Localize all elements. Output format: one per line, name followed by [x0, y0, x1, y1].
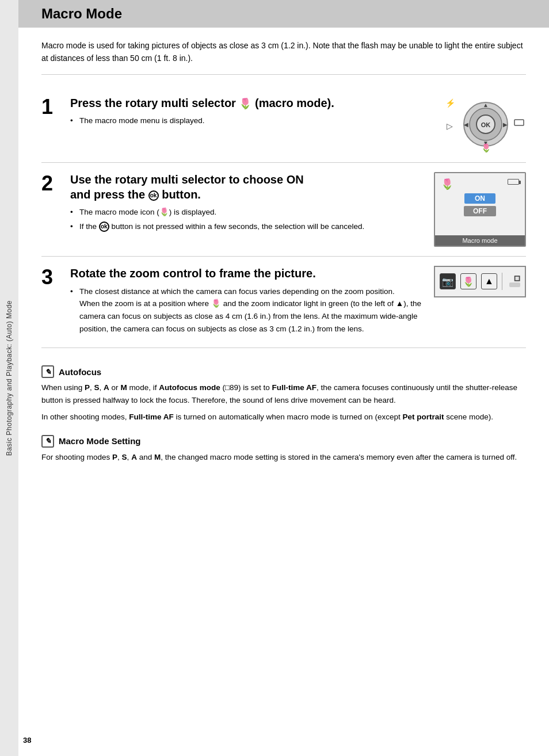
- ok-icon-2: ok: [99, 222, 109, 232]
- zoom-icons-diagram: 📷 🌷 ▲ 🔲: [434, 266, 526, 297]
- autofocus-para-2: In other shooting modes, Full-time AF is…: [41, 411, 526, 423]
- step-1-content: Press the rotary multi selector 🌷 (macro…: [70, 96, 422, 129]
- step-2: 2 Use the rotary multi selector to choos…: [41, 163, 526, 257]
- step-1-number: 1: [41, 96, 70, 117]
- svg-text:▶: ▶: [503, 121, 508, 128]
- page-number: 38: [23, 736, 31, 744]
- svg-text:▲: ▲: [483, 102, 489, 108]
- step-2-title: Use the rotary multi selector to choose …: [70, 172, 422, 202]
- zoom-flag: 🔲: [509, 276, 520, 281]
- macro-setting-note-title: Macro Mode Setting: [59, 436, 141, 446]
- macro-mode-setting-note: ✎ Macro Mode Setting For shooting modes …: [41, 435, 526, 464]
- zoom-bar-container: 🔲: [509, 276, 520, 287]
- step-2-bullet-2: If the ok button is not pressed within a…: [70, 221, 422, 233]
- landscape-zoom-icon: ▲: [481, 273, 497, 289]
- page-title: Macro Mode: [41, 6, 526, 22]
- step-2-bullets: The macro mode icon (🌷) is displayed. If…: [70, 207, 422, 233]
- svg-text:OK: OK: [481, 121, 491, 128]
- autofocus-note-icon: ✎: [41, 365, 54, 378]
- step-1-diagram: ⚡ OK ▲ ▼ ◀ ▶ 🌷 ▷: [434, 96, 526, 153]
- step-2-number: 2: [41, 172, 70, 194]
- ok-icon: ok: [148, 190, 159, 201]
- zoom-bar: [509, 282, 520, 287]
- svg-rect-11: [514, 120, 524, 125]
- step-1: 1 Press the rotary multi selector 🌷 (mac…: [41, 86, 526, 163]
- svg-text:🌷: 🌷: [481, 143, 491, 153]
- macro-menu-caption: Macro mode: [435, 235, 525, 246]
- title-bar: Macro Mode: [18, 0, 549, 28]
- step-3-title: Rotate the zoom control to frame the pic…: [70, 266, 422, 281]
- main-content: Macro Mode Macro mode is used for taking…: [18, 0, 549, 498]
- rotary-control-svg: ⚡ OK ▲ ▼ ◀ ▶ 🌷 ▷: [434, 96, 526, 153]
- step-1-bullet-1: The macro mode menu is displayed.: [70, 115, 422, 127]
- svg-text:⚡: ⚡: [445, 98, 456, 108]
- notes-section: ✎ Autofocus When using P, S, A or M mode…: [41, 365, 526, 463]
- autofocus-note-title: Autofocus: [59, 367, 101, 377]
- macro-setting-para-1: For shooting modes P, S, A and M, the ch…: [41, 451, 526, 464]
- intro-text: Macro mode is used for taking pictures o…: [41, 39, 526, 75]
- autofocus-note-body: When using P, S, A or M mode, if Autofoc…: [41, 381, 526, 423]
- step-2-bullet-1: The macro mode icon (🌷) is displayed.: [70, 207, 422, 219]
- svg-text:▷: ▷: [447, 121, 453, 131]
- svg-text:◀: ◀: [464, 121, 468, 128]
- step-3-bullet-1: The closest distance at which the camera…: [70, 285, 422, 335]
- macro-on-option: ON: [464, 193, 495, 204]
- macro-setting-note-header: ✎ Macro Mode Setting: [41, 435, 526, 448]
- step-1-image: ⚡ OK ▲ ▼ ◀ ▶ 🌷 ▷: [422, 96, 526, 153]
- macro-menu-diagram: 🌷 ON OFF Macro mode: [434, 172, 526, 247]
- sidebar-label: Basic Photography and Playback: (Auto) M…: [5, 300, 13, 456]
- step-3-body: The closest distance at which the camera…: [70, 285, 422, 335]
- macro-menu-icon: 🌷: [441, 178, 453, 190]
- step-2-content: Use the rotary multi selector to choose …: [70, 172, 422, 235]
- macro-menu-battery: [508, 179, 519, 185]
- step-3-image: 📷 🌷 ▲ 🔲: [422, 266, 526, 297]
- macro-off-option: OFF: [464, 206, 496, 216]
- camera-mode-icon: 📷: [440, 273, 456, 289]
- autofocus-note-header: ✎ Autofocus: [41, 365, 526, 378]
- macro-setting-note-icon: ✎: [41, 435, 54, 448]
- autofocus-para-1: When using P, S, A or M mode, if Autofoc…: [41, 381, 526, 406]
- autofocus-note: ✎ Autofocus When using P, S, A or M mode…: [41, 365, 526, 423]
- step-3-content: Rotate the zoom control to frame the pic…: [70, 266, 422, 338]
- step-1-title: Press the rotary multi selector 🌷 (macro…: [70, 96, 422, 110]
- sidebar: Basic Photography and Playback: (Auto) M…: [0, 0, 18, 756]
- step-3-number: 3: [41, 266, 70, 288]
- macro-setting-note-body: For shooting modes P, S, A and M, the ch…: [41, 451, 526, 464]
- step-1-bullets: The macro mode menu is displayed.: [70, 115, 422, 127]
- zoom-separator: [502, 273, 502, 290]
- macro-zoom-icon: 🌷: [460, 273, 476, 289]
- step-3: 3 Rotate the zoom control to frame the p…: [41, 257, 526, 348]
- step-2-image: 🌷 ON OFF Macro mode: [422, 172, 526, 247]
